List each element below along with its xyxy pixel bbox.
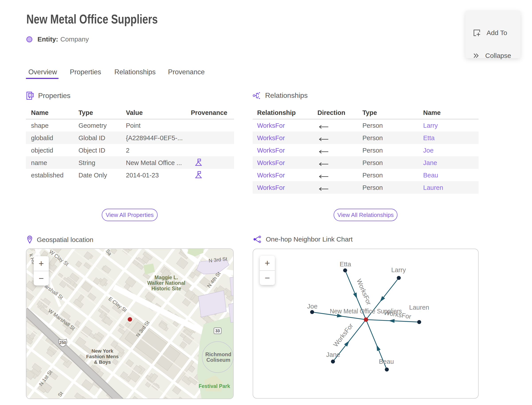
svg-text:WorksFor: WorksFor — [332, 322, 354, 348]
svg-text:Walker National: Walker National — [147, 280, 185, 286]
svg-text:Historic Site: Historic Site — [151, 286, 181, 291]
svg-text:Festival Park: Festival Park — [199, 383, 230, 389]
svg-text:Fashion Mens: Fashion Mens — [86, 354, 119, 359]
svg-text:Richmond: Richmond — [205, 351, 231, 357]
svg-text:Joe: Joe — [307, 303, 318, 310]
svg-text:Jane: Jane — [326, 351, 340, 358]
svg-text:& Boys: & Boys — [94, 359, 111, 365]
svg-text:Maggie L.: Maggie L. — [154, 275, 178, 280]
svg-text:Coliseum: Coliseum — [206, 357, 230, 363]
svg-text:Beau: Beau — [379, 358, 394, 365]
svg-text:New York: New York — [92, 348, 113, 354]
svg-text:Lauren: Lauren — [409, 304, 429, 311]
svg-text:250: 250 — [60, 340, 66, 345]
svg-text:33: 33 — [215, 329, 220, 333]
svg-text:Larry: Larry — [391, 266, 406, 273]
svg-text:WorksFor: WorksFor — [355, 278, 373, 306]
svg-text:Etta: Etta — [339, 261, 351, 268]
